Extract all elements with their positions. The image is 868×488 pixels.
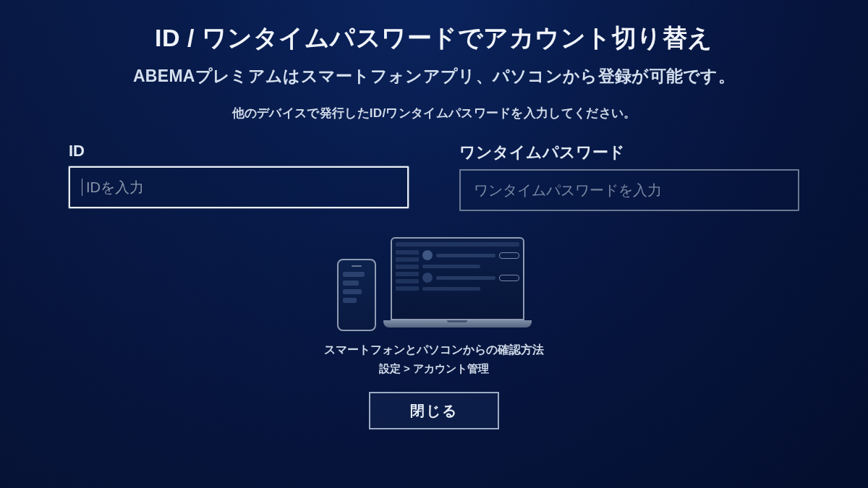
password-label: ワンタイムパスワード: [459, 142, 799, 163]
password-input[interactable]: ワンタイムパスワードを入力: [459, 169, 799, 211]
help-text-line2: 設定 > アカウント管理: [379, 362, 489, 376]
account-switch-dialog: ID / ワンタイムパスワードでアカウント切り替え ABEMAプレミアムはスマー…: [0, 0, 868, 488]
id-field-group: ID IDを入力: [69, 142, 409, 211]
laptop-icon: [383, 237, 532, 331]
phone-icon: [337, 259, 376, 331]
id-input[interactable]: IDを入力: [69, 166, 409, 208]
password-placeholder: ワンタイムパスワードを入力: [474, 181, 662, 200]
id-placeholder: IDを入力: [86, 178, 144, 197]
close-button[interactable]: 閉じる: [369, 392, 499, 429]
credential-form: ID IDを入力 ワンタイムパスワード ワンタイムパスワードを入力: [0, 142, 868, 211]
help-text-line1: スマートフォンとパソコンからの確認方法: [324, 343, 544, 358]
password-field-group: ワンタイムパスワード ワンタイムパスワードを入力: [459, 142, 799, 211]
page-title: ID / ワンタイムパスワードでアカウント切り替え: [155, 22, 713, 55]
page-subtitle: ABEMAプレミアムはスマートフォンアプリ、パソコンから登録が可能です。: [133, 65, 735, 87]
devices-illustration: [337, 237, 532, 331]
id-label: ID: [69, 142, 409, 160]
instruction-text: 他のデバイスで発行したID/ワンタイムパスワードを入力してください。: [232, 105, 637, 121]
